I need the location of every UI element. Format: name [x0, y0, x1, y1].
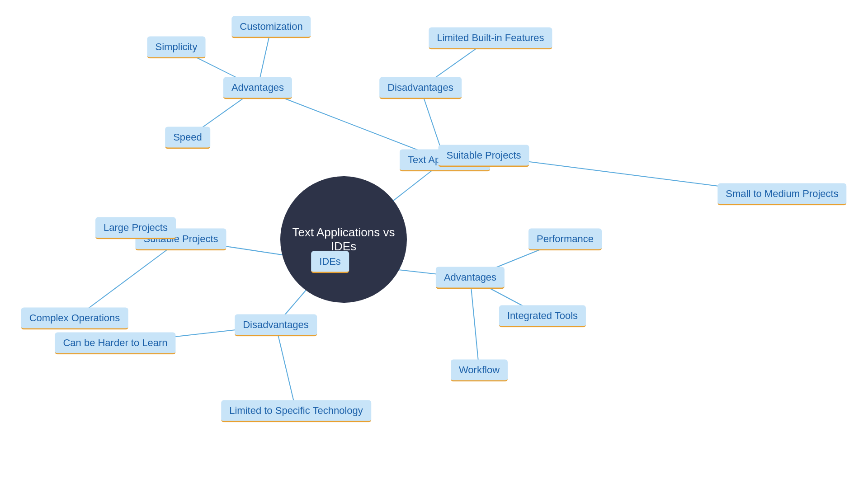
center-node: Text Applications vs IDEs: [280, 176, 407, 303]
node-ide-complex: Complex Operations: [21, 308, 128, 330]
node-ta-small-medium: Small to Medium Projects: [717, 183, 846, 206]
node-ta-suitable: Suitable Projects: [438, 145, 529, 167]
node-ide-disadvantages: Disadvantages: [235, 314, 317, 337]
node-ta-speed: Speed: [165, 127, 210, 149]
node-ta-limited-builtin: Limited Built-in Features: [429, 28, 552, 50]
node-ide-advantages: Advantages: [436, 267, 505, 289]
node-ide-integrated: Integrated Tools: [499, 305, 586, 328]
node-ide-workflow: Workflow: [451, 360, 508, 382]
node-ta-customization: Customization: [231, 16, 311, 38]
node-ide-limited-tech: Limited to Specific Technology: [221, 400, 371, 422]
svg-line-17: [276, 325, 296, 411]
node-ta-disadvantages: Disadvantages: [379, 77, 462, 99]
node-ides: IDEs: [311, 251, 349, 273]
node-ide-performance: Performance: [528, 229, 602, 251]
node-ide-large: Large Projects: [95, 217, 176, 239]
node-ta-simplicity: Simplicity: [147, 37, 206, 59]
node-ta-advantages: Advantages: [223, 77, 292, 99]
mindmap-canvas: Text Applications vs IDEsText Applicatio…: [0, 0, 868, 488]
node-ide-harder: Can be Harder to Learn: [55, 333, 175, 355]
svg-line-15: [470, 278, 479, 371]
svg-line-19: [75, 239, 181, 319]
connections-svg: [0, 0, 868, 488]
